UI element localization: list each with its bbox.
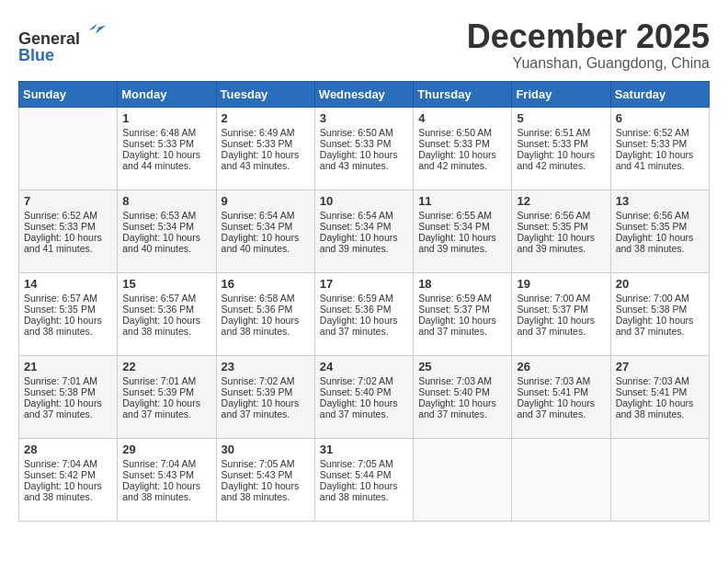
calendar-cell: 2Sunrise: 6:49 AMSunset: 5:33 PMDaylight…	[216, 107, 314, 190]
calendar-cell: 27Sunrise: 7:03 AMSunset: 5:41 PMDayligh…	[610, 355, 709, 438]
cell-info-line: and 37 minutes.	[320, 408, 408, 419]
day-number: 11	[418, 194, 506, 208]
cell-info-line: Sunset: 5:34 PM	[320, 221, 408, 232]
cell-info-line: Daylight: 10 hours	[517, 149, 605, 160]
weekday-header-wednesday: Wednesday	[314, 81, 413, 107]
cell-info-line: Sunset: 5:33 PM	[418, 138, 506, 149]
cell-info-line: Sunset: 5:33 PM	[320, 138, 408, 149]
cell-info-line: Sunrise: 6:52 AM	[616, 127, 704, 138]
cell-info-line: Sunrise: 6:57 AM	[24, 293, 112, 304]
cell-info-line: Sunrise: 7:02 AM	[320, 375, 408, 386]
cell-info-line: and 38 minutes.	[222, 491, 310, 502]
day-number: 6	[616, 111, 704, 125]
day-number: 30	[222, 442, 310, 456]
cell-info-line: Sunset: 5:33 PM	[222, 138, 310, 149]
cell-info-line: and 38 minutes.	[24, 326, 112, 337]
cell-info-line: Sunrise: 7:01 AM	[24, 375, 112, 386]
calendar-cell	[610, 438, 709, 521]
cell-info-line: and 37 minutes.	[418, 408, 506, 419]
calendar-cell: 28Sunrise: 7:04 AMSunset: 5:42 PMDayligh…	[19, 438, 118, 521]
day-number: 14	[24, 277, 112, 291]
cell-info-line: Sunset: 5:33 PM	[24, 221, 112, 232]
cell-info-line: Sunrise: 6:49 AM	[222, 127, 310, 138]
day-number: 9	[222, 194, 310, 208]
cell-info-line: Daylight: 10 hours	[222, 149, 310, 160]
calendar-cell: 17Sunrise: 6:59 AMSunset: 5:36 PMDayligh…	[314, 272, 413, 355]
day-number: 24	[320, 360, 408, 373]
cell-info-line: and 40 minutes.	[122, 243, 210, 254]
cell-info-line: Sunset: 5:35 PM	[517, 221, 605, 232]
cell-info-line: and 38 minutes.	[320, 491, 408, 502]
cell-info-line: Daylight: 10 hours	[320, 480, 408, 491]
weekday-header-monday: Monday	[118, 81, 216, 107]
week-row-3: 14Sunrise: 6:57 AMSunset: 5:35 PMDayligh…	[19, 272, 710, 355]
day-number: 1	[122, 111, 210, 125]
cell-info-line: Sunset: 5:34 PM	[418, 221, 506, 232]
cell-info-line: and 37 minutes.	[517, 408, 605, 419]
cell-info-line: Sunset: 5:39 PM	[222, 386, 310, 397]
cell-info-line: and 38 minutes.	[122, 326, 210, 337]
calendar-cell: 11Sunrise: 6:55 AMSunset: 5:34 PMDayligh…	[414, 190, 512, 272]
cell-info-line: and 37 minutes.	[320, 326, 408, 337]
title-block: December 2025 Yuanshan, Guangdong, China	[467, 18, 710, 72]
svg-marker-0	[89, 24, 107, 34]
weekday-header-friday: Friday	[512, 81, 610, 107]
day-number: 21	[24, 360, 112, 373]
calendar-cell: 19Sunrise: 7:00 AMSunset: 5:37 PMDayligh…	[512, 272, 610, 355]
day-number: 19	[517, 277, 605, 291]
cell-info-line: Daylight: 10 hours	[320, 232, 408, 243]
cell-info-line: Daylight: 10 hours	[418, 232, 506, 243]
calendar-cell: 10Sunrise: 6:54 AMSunset: 5:34 PMDayligh…	[314, 190, 413, 272]
calendar-cell: 25Sunrise: 7:03 AMSunset: 5:40 PMDayligh…	[414, 355, 512, 438]
cell-info-line: Sunrise: 6:59 AM	[418, 293, 506, 304]
cell-info-line: Sunrise: 6:56 AM	[517, 210, 605, 221]
cell-info-line: Daylight: 10 hours	[320, 315, 408, 326]
cell-info-line: Sunset: 5:37 PM	[517, 304, 605, 315]
cell-info-line: Sunset: 5:33 PM	[517, 138, 605, 149]
weekday-header-row: SundayMondayTuesdayWednesdayThursdayFrid…	[19, 81, 710, 107]
day-number: 10	[320, 194, 408, 208]
cell-info-line: Sunset: 5:35 PM	[616, 221, 704, 232]
cell-info-line: and 44 minutes.	[122, 160, 210, 171]
cell-info-line: and 41 minutes.	[24, 243, 112, 254]
cell-info-line: Sunrise: 6:59 AM	[320, 293, 408, 304]
cell-info-line: Sunrise: 7:00 AM	[517, 293, 605, 304]
cell-info-line: Sunrise: 6:48 AM	[122, 127, 210, 138]
cell-info-line: Daylight: 10 hours	[122, 480, 210, 491]
cell-info-line: Sunrise: 6:58 AM	[222, 293, 310, 304]
cell-info-line: Daylight: 10 hours	[222, 232, 310, 243]
cell-info-line: and 42 minutes.	[517, 160, 605, 171]
calendar-cell: 31Sunrise: 7:05 AMSunset: 5:44 PMDayligh…	[314, 438, 413, 521]
calendar-cell	[414, 438, 512, 521]
logo-blue: Blue	[18, 46, 54, 64]
week-row-4: 21Sunrise: 7:01 AMSunset: 5:38 PMDayligh…	[19, 355, 710, 438]
calendar-cell: 21Sunrise: 7:01 AMSunset: 5:38 PMDayligh…	[19, 355, 118, 438]
cell-info-line: and 39 minutes.	[517, 243, 605, 254]
logo-bird-icon	[82, 18, 108, 44]
cell-info-line: and 43 minutes.	[222, 160, 310, 171]
calendar-cell: 13Sunrise: 6:56 AMSunset: 5:35 PMDayligh…	[610, 190, 709, 272]
calendar-cell: 3Sunrise: 6:50 AMSunset: 5:33 PMDaylight…	[314, 107, 413, 190]
cell-info-line: Daylight: 10 hours	[616, 149, 704, 160]
cell-info-line: Sunrise: 7:00 AM	[616, 293, 704, 304]
day-number: 25	[418, 360, 506, 373]
cell-info-line: and 37 minutes.	[122, 408, 210, 419]
day-number: 5	[517, 111, 605, 125]
page-header: General Blue December 2025 Yuanshan, Gua…	[18, 18, 710, 72]
weekday-header-saturday: Saturday	[610, 81, 709, 107]
cell-info-line: Sunset: 5:38 PM	[24, 386, 112, 397]
cell-info-line: Sunrise: 6:54 AM	[222, 210, 310, 221]
cell-info-line: and 37 minutes.	[418, 326, 506, 337]
calendar-cell: 1Sunrise: 6:48 AMSunset: 5:33 PMDaylight…	[118, 107, 216, 190]
cell-info-line: Sunset: 5:33 PM	[122, 138, 210, 149]
day-number: 4	[418, 111, 506, 125]
calendar-cell: 5Sunrise: 6:51 AMSunset: 5:33 PMDaylight…	[512, 107, 610, 190]
cell-info-line: Daylight: 10 hours	[616, 315, 704, 326]
calendar-cell: 20Sunrise: 7:00 AMSunset: 5:38 PMDayligh…	[610, 272, 709, 355]
weekday-header-sunday: Sunday	[19, 81, 118, 107]
weekday-header-thursday: Thursday	[414, 81, 512, 107]
cell-info-line: Sunrise: 7:05 AM	[320, 458, 408, 469]
cell-info-line: Sunset: 5:41 PM	[517, 386, 605, 397]
cell-info-line: and 38 minutes.	[616, 408, 704, 419]
calendar-cell: 12Sunrise: 6:56 AMSunset: 5:35 PMDayligh…	[512, 190, 610, 272]
